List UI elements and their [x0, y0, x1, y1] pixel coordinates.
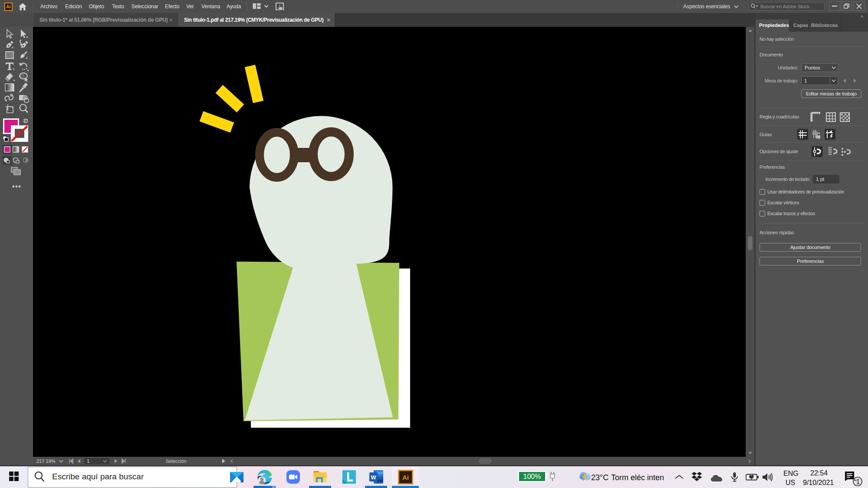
svg-text:W: W [371, 474, 376, 481]
svg-text:1: 1 [87, 459, 89, 464]
svg-text:1: 1 [856, 478, 860, 485]
